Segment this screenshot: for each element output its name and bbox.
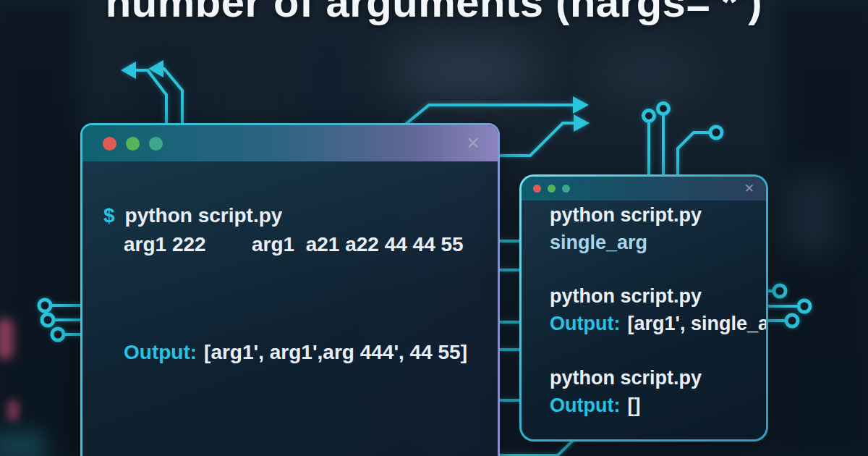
circuit-trace [404, 105, 574, 125]
minimize-dot-icon[interactable] [548, 185, 556, 193]
command-line: $python script.py [103, 203, 282, 228]
command-text: python script.py [550, 204, 702, 226]
output-line: Output:[arg1', arg1',arg 444', 44 55] [124, 340, 467, 365]
output-value: [] [627, 394, 640, 416]
terminal-window-right-frame: ✕ python script.py single_arg python scr… [522, 177, 766, 439]
close-dot-icon[interactable] [103, 137, 116, 151]
argument-text: single_arg [550, 232, 647, 253]
output-label: Output: [550, 313, 620, 334]
terminals-above-right-window [644, 104, 723, 177]
output-value: [arg1', arg1',arg 444', 44 55] [204, 341, 467, 363]
terminal-window-left-frame: ✕ $python script.py arg1 222arg1 a21 a22… [82, 125, 498, 456]
social-card: number of arguments (nargs='*') [0, 0, 868, 456]
command-line: python script.py [550, 203, 702, 227]
output-line: Output:[arg1', single_arg] [550, 311, 766, 336]
argument-line: single_arg [550, 230, 647, 255]
output-label: Output: [550, 394, 620, 416]
command-text: python script.py [125, 204, 283, 227]
right-window-titlebar: ✕ [522, 177, 766, 200]
command-line: python script.py [550, 284, 702, 308]
output-value: [arg1', single_arg] [627, 313, 766, 334]
arrows-top-left [121, 60, 182, 125]
close-icon[interactable]: ✕ [466, 135, 480, 152]
node-terminal-icon [786, 315, 798, 326]
terminal-window-left: ✕ $python script.py arg1 222arg1 a21 a22… [80, 123, 500, 456]
minimize-dot-icon[interactable] [126, 137, 140, 151]
node-terminal-icon [710, 127, 722, 138]
right-terminal-body: python script.py single_arg python scrip… [522, 200, 766, 439]
output-line: Output:[] [550, 393, 640, 418]
circuit-trace [135, 70, 166, 125]
circuit-trace [678, 132, 710, 177]
node-terminal-icon [774, 285, 786, 297]
node-terminal-icon [644, 111, 655, 122]
shell-prompt: $ [103, 204, 115, 227]
command-line: python script.py [550, 366, 702, 390]
maximize-dot-icon[interactable] [562, 185, 570, 193]
arrow-left-icon [121, 62, 136, 79]
left-window-titlebar: ✕ [82, 125, 498, 161]
arrow-right-icon [574, 114, 590, 132]
command-text: python script.py [550, 285, 702, 307]
node-terminal-icon [52, 329, 64, 340]
maximize-dot-icon[interactable] [149, 137, 163, 151]
circuit-trace [493, 123, 575, 156]
terminal-window-right: ✕ python script.py single_arg python scr… [519, 174, 768, 442]
output-label: Output: [124, 341, 197, 363]
command-text: python script.py [550, 367, 702, 389]
node-terminal-icon [42, 314, 54, 326]
arguments-right: arg1 a21 a22 44 44 55 [252, 232, 464, 257]
terminals-right-of-window [762, 285, 810, 326]
arrow-right-icon [573, 96, 589, 114]
arguments-left: arg1 222 [124, 233, 206, 256]
node-terminal-icon [39, 300, 51, 311]
node-terminal-icon [658, 104, 669, 114]
left-terminal-body: $python script.py arg1 222arg1 a21 a22 4… [82, 161, 498, 456]
close-icon[interactable]: ✕ [744, 182, 754, 195]
arguments-line: arg1 222arg1 a21 a22 44 44 55 [124, 232, 485, 257]
terminals-left-of-window [39, 300, 84, 340]
node-terminal-icon [799, 300, 810, 312]
close-dot-icon[interactable] [533, 185, 541, 193]
page-title: number of arguments (nargs='*') [0, 0, 868, 26]
